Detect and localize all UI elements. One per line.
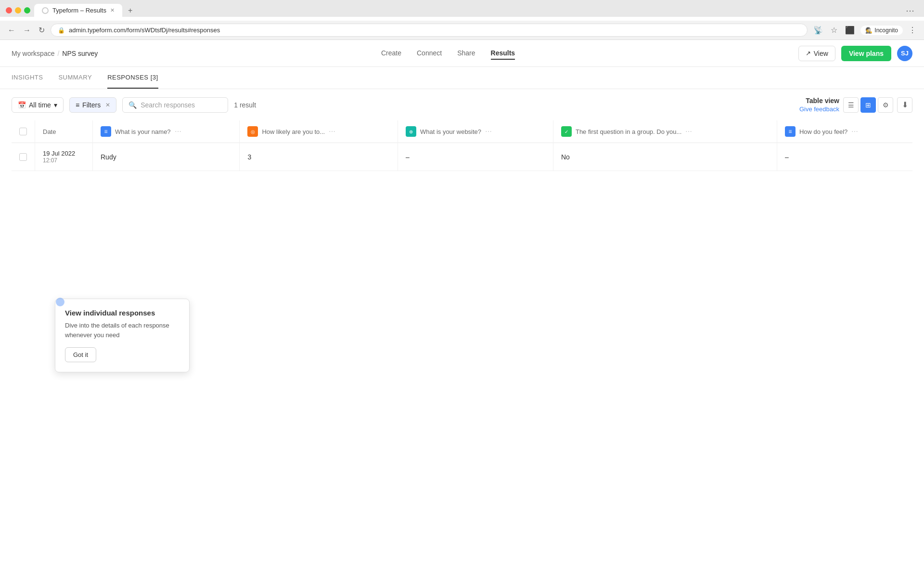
lock-icon: 🔒 (58, 27, 65, 34)
sub-nav: INSIGHTS SUMMARY RESPONSES [3] (0, 67, 924, 89)
download-button[interactable]: ⬇ (897, 97, 912, 113)
website-col-more-icon[interactable]: ⋯ (485, 128, 492, 135)
filter-icon: ≡ (76, 101, 79, 109)
responses-toolbar: 📅 All time ▾ ≡ Filters ✕ 🔍 Search respon… (0, 89, 924, 120)
nav-share[interactable]: Share (457, 47, 475, 60)
row-feel-cell: – (777, 143, 912, 171)
nav-create[interactable]: Create (381, 47, 401, 60)
browser-tab[interactable]: Typeform – Results ✕ (34, 4, 122, 17)
traffic-light-red[interactable] (6, 7, 12, 13)
tab-summary[interactable]: SUMMARY (58, 67, 92, 89)
tab-spinner-icon (42, 7, 49, 14)
feel-col-label: How do you feel? (799, 128, 847, 135)
feel-col-more-icon[interactable]: ⋯ (851, 128, 858, 135)
reload-button[interactable]: ↻ (37, 24, 47, 37)
table-header-row: Date ≡ What is your name? ⋯ ◎ How (12, 120, 912, 143)
group-q-col-label: The first question in a group. Do you... (576, 128, 681, 135)
browser-toolbar: ← → ↻ 🔒 admin.typeform.com/form/sWDtsfDj… (0, 21, 924, 40)
workspace-link[interactable]: My workspace (12, 50, 54, 57)
search-icon: 🔍 (128, 101, 137, 109)
th-select-all[interactable] (12, 120, 35, 143)
browser-menu-button[interactable]: ⋮ (907, 24, 918, 37)
table-container: Date ≡ What is your name? ⋯ ◎ How (0, 120, 924, 578)
select-all-checkbox[interactable] (19, 128, 27, 135)
website-col-label: What is your website? (420, 128, 481, 135)
tab-close-icon[interactable]: ✕ (110, 7, 115, 13)
settings-button[interactable]: ⚙ (878, 97, 893, 113)
name-col-label: What is your name? (115, 128, 171, 135)
view-plans-button[interactable]: View plans (841, 46, 891, 61)
nav-results[interactable]: Results (491, 47, 515, 60)
extensions-icon[interactable]: ⬛ (843, 24, 857, 37)
th-likely: ◎ How likely are you to... ⋯ (240, 120, 398, 143)
search-box[interactable]: 🔍 Search responses (122, 97, 228, 113)
likely-col-more-icon[interactable]: ⋯ (329, 128, 335, 135)
traffic-light-green[interactable] (24, 7, 30, 13)
row-website-cell: – (398, 143, 553, 171)
row-checkbox-cell[interactable] (12, 143, 35, 171)
table-row[interactable]: 19 Jul 2022 12:07 Rudy 3 – No – (12, 143, 912, 171)
tab-responses[interactable]: RESPONSES [3] (107, 67, 158, 89)
avatar[interactable]: SJ (897, 46, 912, 61)
got-it-button[interactable]: Got it (65, 347, 96, 362)
group-q-col-more-icon[interactable]: ⋯ (685, 128, 692, 135)
breadcrumb: My workspace / NPS survey (12, 50, 98, 57)
nav-connect[interactable]: Connect (417, 47, 442, 60)
group-q-col-icon: ✓ (561, 126, 572, 137)
tooltip-popup: View individual responses Dive into the … (55, 299, 190, 372)
top-nav: My workspace / NPS survey Create Connect… (0, 40, 924, 67)
chevron-down-icon: ▾ (54, 101, 57, 109)
likely-col-label: How likely are you to... (262, 128, 325, 135)
th-date: Date (35, 120, 93, 143)
tooltip-title: View individual responses (65, 309, 180, 317)
row-date: 19 Jul 2022 (43, 150, 85, 157)
tab-insights[interactable]: INSIGHTS (12, 67, 43, 89)
date-filter-button[interactable]: 📅 All time ▾ (12, 97, 64, 113)
name-col-icon: ≡ (101, 126, 111, 137)
filters-label: Filters (82, 101, 101, 109)
forward-button[interactable]: → (21, 24, 33, 37)
window-controls-icon: ⋯ (906, 5, 918, 16)
tooltip-description: Dive into the details of each response w… (65, 321, 180, 340)
date-filter-label: All time (29, 101, 51, 109)
table-view-label: Table view (806, 97, 839, 105)
address-text: admin.typeform.com/form/sWDtsfDj/results… (69, 26, 220, 34)
list-view-button[interactable]: ☰ (843, 97, 859, 113)
table-view-section: Table view Give feedback (799, 97, 839, 113)
row-group-q-cell: No (553, 143, 777, 171)
th-feel: ≡ How do you feel? ⋯ (777, 120, 912, 143)
row-likely-cell: 3 (240, 143, 398, 171)
cast-icon[interactable]: 📡 (811, 24, 825, 37)
address-bar[interactable]: 🔒 admin.typeform.com/form/sWDtsfDj/resul… (51, 24, 808, 37)
filters-button[interactable]: ≡ Filters ✕ (69, 97, 116, 113)
external-link-icon: ↗ (806, 50, 811, 57)
view-controls: ☰ ⊞ ⚙ (843, 97, 893, 113)
website-col-icon: ⊕ (406, 126, 416, 137)
back-button[interactable]: ← (6, 24, 17, 37)
responses-table: Date ≡ What is your name? ⋯ ◎ How (12, 120, 912, 171)
bookmark-icon[interactable]: ☆ (829, 24, 839, 37)
table-view-button[interactable]: ⊞ (860, 97, 876, 113)
name-col-more-icon[interactable]: ⋯ (175, 128, 181, 135)
give-feedback-link[interactable]: Give feedback (799, 105, 839, 113)
row-name-cell: Rudy (93, 143, 240, 171)
new-tab-button[interactable]: + (124, 4, 136, 17)
view-button[interactable]: ↗ View (798, 46, 835, 61)
calendar-icon: 📅 (18, 101, 26, 109)
th-name: ≡ What is your name? ⋯ (93, 120, 240, 143)
th-group-q: ✓ The first question in a group. Do you.… (553, 120, 777, 143)
nav-actions: ↗ View View plans SJ (798, 46, 912, 61)
breadcrumb-separator: / (57, 50, 59, 57)
traffic-light-yellow[interactable] (15, 7, 21, 13)
row-date-cell: 19 Jul 2022 12:07 (35, 143, 93, 171)
th-website: ⊕ What is your website? ⋯ (398, 120, 553, 143)
browser-toolbar-actions: 📡 ☆ ⬛ 🕵️ Incognito ⋮ (811, 24, 918, 37)
row-checkbox[interactable] (19, 153, 27, 161)
toolbar-right: Table view Give feedback ☰ ⊞ ⚙ ⬇ (799, 97, 912, 113)
row-time: 12:07 (43, 157, 85, 164)
tab-title: Typeform – Results (52, 7, 106, 14)
incognito-icon: 🕵️ (865, 27, 873, 34)
toolbar-left: 📅 All time ▾ ≡ Filters ✕ 🔍 Search respon… (12, 97, 256, 113)
likely-col-icon: ◎ (247, 126, 258, 137)
filters-clear-icon[interactable]: ✕ (105, 102, 110, 108)
